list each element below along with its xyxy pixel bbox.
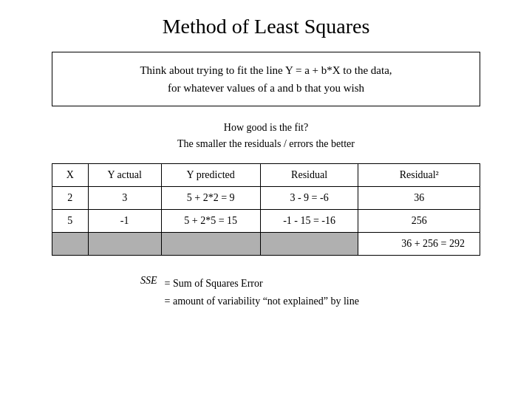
sse-description: = Sum of Squares Error = amount of varia… <box>165 275 359 310</box>
table-row: 5 -1 5 + 2*5 = 15 -1 - 15 = -16 256 <box>52 209 480 232</box>
row3-residual <box>260 232 358 255</box>
row1-y-predicted: 5 + 2*2 = 9 <box>161 186 260 209</box>
least-squares-table: X Y actual Y predicted Residual Residual… <box>52 163 480 256</box>
row3-total: 36 + 256 = 292 <box>358 232 480 255</box>
sse-section: SSE = Sum of Squares Error = amount of v… <box>52 275 480 310</box>
row2-residual: -1 - 15 = -16 <box>260 209 358 232</box>
fit-line1: How good is the fit? <box>224 122 308 133</box>
table-row: 2 3 5 + 2*2 = 9 3 - 9 = -6 36 <box>52 186 480 209</box>
row3-y-predicted <box>161 232 260 255</box>
page-title: Method of Least Squares <box>163 15 370 38</box>
sse-label: SSE <box>140 275 157 287</box>
row1-y-actual: 3 <box>88 186 161 209</box>
sse-desc-line2: = amount of variability “not explained” … <box>165 296 359 307</box>
sse-desc-line1: = Sum of Squares Error <box>165 278 263 289</box>
row3-x <box>52 232 89 255</box>
row2-residual2: 256 <box>358 209 480 232</box>
row2-y-predicted: 5 + 2*5 = 15 <box>161 209 260 232</box>
intro-line1: Think about trying to fit the line Y = a… <box>140 64 392 76</box>
fit-description: How good is the fit? The smaller the res… <box>177 120 355 153</box>
row3-y-actual <box>88 232 161 255</box>
table-row-total: 36 + 256 = 292 <box>52 232 480 255</box>
row2-x: 5 <box>52 209 89 232</box>
intro-box: Think about trying to fit the line Y = a… <box>52 52 480 106</box>
col-header-residual: Residual <box>260 163 358 186</box>
row1-residual2: 36 <box>358 186 480 209</box>
col-header-residual2: Residual² <box>358 163 480 186</box>
row1-x: 2 <box>52 186 89 209</box>
col-header-y-predicted: Y predicted <box>161 163 260 186</box>
fit-line2: The smaller the residuals / errors the b… <box>177 138 355 149</box>
col-header-x: X <box>52 163 89 186</box>
row2-y-actual: -1 <box>88 209 161 232</box>
row1-residual: 3 - 9 = -6 <box>260 186 358 209</box>
col-header-y-actual: Y actual <box>88 163 161 186</box>
intro-line2: for whatever values of a and b that you … <box>168 82 364 94</box>
